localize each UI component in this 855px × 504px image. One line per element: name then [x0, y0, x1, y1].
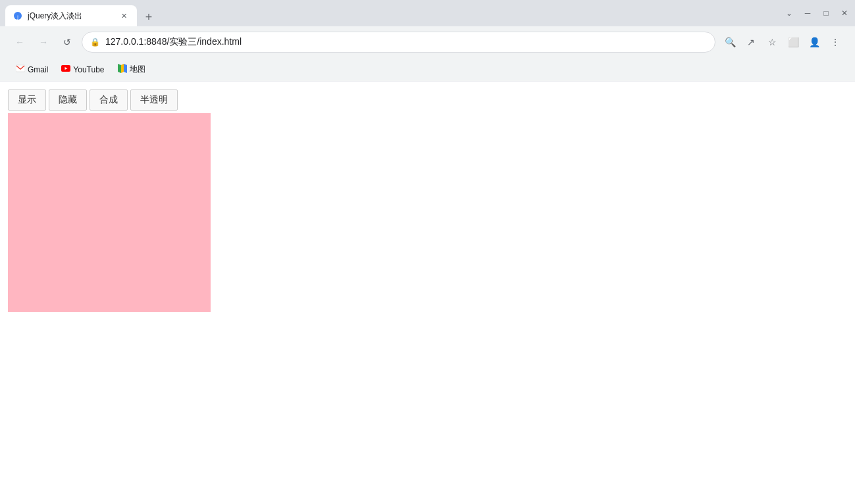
- tab-favicon: j: [13, 11, 22, 20]
- youtube-icon: [61, 64, 70, 75]
- reload-button[interactable]: ↺: [58, 33, 76, 51]
- bookmark-youtube[interactable]: YouTube: [56, 61, 109, 78]
- svg-marker-8: [124, 64, 127, 73]
- active-tab[interactable]: j jQuery淡入淡出 ✕: [5, 5, 137, 26]
- address-input[interactable]: 🔒 127.0.0.1:8848/实验三/index.html: [82, 32, 715, 53]
- lock-icon: 🔒: [90, 38, 100, 47]
- back-button[interactable]: ←: [11, 33, 29, 51]
- more-button[interactable]: ⋮: [826, 33, 844, 51]
- youtube-label: YouTube: [73, 65, 104, 74]
- fadein-button[interactable]: 合成: [90, 89, 128, 111]
- restore-button[interactable]: □: [821, 9, 831, 18]
- tab-close-button[interactable]: ✕: [118, 11, 129, 21]
- close-button[interactable]: ✕: [839, 9, 850, 18]
- show-button[interactable]: 显示: [8, 89, 46, 111]
- forward-button[interactable]: →: [34, 33, 53, 51]
- bookmark-button[interactable]: ☆: [763, 33, 781, 51]
- tab-title: jQuery淡入淡出: [28, 11, 113, 22]
- svg-marker-7: [121, 64, 124, 73]
- fadeto-button[interactable]: 半透明: [130, 89, 178, 111]
- svg-marker-6: [118, 64, 121, 73]
- page-content: 显示 隐藏 合成 半透明: [0, 82, 855, 504]
- gmail-label: Gmail: [28, 65, 48, 74]
- url-text: 127.0.0.1:8848/实验三/index.html: [105, 36, 707, 48]
- maps-label: 地图: [130, 64, 145, 75]
- window-controls: ⌄ ─ □ ✕: [784, 9, 850, 18]
- gmail-icon: [16, 64, 25, 75]
- address-bar: ← → ↺ 🔒 127.0.0.1:8848/实验三/index.html 🔍 …: [0, 26, 855, 58]
- zoom-button[interactable]: 🔍: [721, 33, 739, 51]
- chevron-down-button[interactable]: ⌄: [784, 9, 794, 18]
- bookmarks-bar: Gmail YouTube 地图: [0, 58, 855, 82]
- bookmark-maps[interactable]: 地图: [113, 61, 151, 78]
- bookmark-gmail[interactable]: Gmail: [11, 61, 53, 78]
- browser-frame: j jQuery淡入淡出 ✕ + ⌄ ─ □ ✕ ← → ↺ 🔒 127.0.0…: [0, 0, 855, 504]
- share-button[interactable]: ↗: [742, 33, 760, 51]
- animated-box: [8, 113, 211, 312]
- svg-text:j: j: [16, 14, 18, 20]
- tab-area: j jQuery淡入淡出 ✕ +: [5, 0, 779, 26]
- address-actions: 🔍 ↗ ☆ ⬜ 👤 ⋮: [721, 33, 844, 51]
- minimize-button[interactable]: ─: [802, 9, 813, 18]
- profile-button[interactable]: 👤: [805, 33, 823, 51]
- hide-button[interactable]: 隐藏: [49, 89, 87, 111]
- split-button[interactable]: ⬜: [784, 33, 802, 51]
- title-bar: j jQuery淡入淡出 ✕ + ⌄ ─ □ ✕: [0, 0, 855, 26]
- maps-icon: [118, 64, 127, 75]
- buttons-row: 显示 隐藏 合成 半透明: [8, 89, 847, 111]
- new-tab-button[interactable]: +: [140, 8, 158, 26]
